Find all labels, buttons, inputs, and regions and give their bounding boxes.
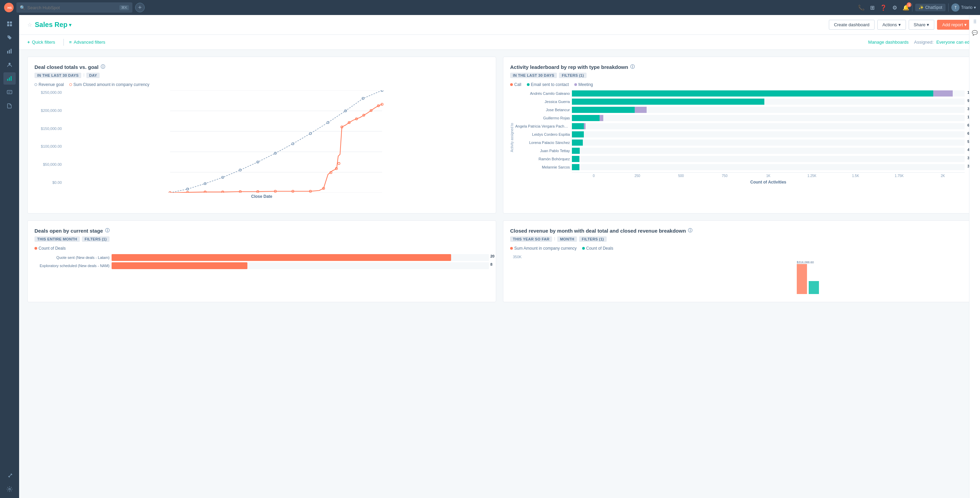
- svg-rect-14: [7, 90, 12, 94]
- legend-count-chart4: Count of Deals: [582, 246, 613, 251]
- chatspot-button[interactable]: ✨ ChatSpot: [915, 4, 945, 11]
- svg-rect-11: [7, 79, 8, 81]
- share-chevron-icon: ▾: [927, 22, 929, 27]
- bar-label-1: Jessica Guerra: [515, 100, 570, 104]
- svg-rect-61: [797, 264, 807, 294]
- svg-rect-13: [11, 76, 11, 81]
- chart3-track-2: 8: [111, 262, 489, 269]
- chart3-fill-2: [111, 262, 247, 269]
- closed-revenue-card: Closed revenue by month with deal total …: [503, 220, 972, 302]
- search-bar[interactable]: 🔍 ⌘K: [16, 2, 132, 13]
- chart1-info-icon[interactable]: ⓘ: [101, 64, 105, 70]
- chart4-tag2: MONTH: [557, 236, 577, 242]
- svg-point-6: [8, 36, 9, 37]
- y-label-4: $100,000.00: [41, 144, 62, 148]
- create-dashboard-button[interactable]: Create dashboard: [829, 20, 875, 30]
- y-label-1: $250,000.00: [41, 90, 62, 95]
- help-icon[interactable]: ❓: [880, 5, 887, 11]
- deals-open-card: Deals open by current stage ⓘ THIS ENTIR…: [27, 220, 496, 302]
- bar-track-7: 41: [572, 148, 965, 154]
- legend-revenue-goal: Revenue goal: [35, 82, 64, 87]
- chart2-row-9: Melannie Sarcos 39: [515, 164, 965, 170]
- search-shortcut: ⌘K: [119, 5, 129, 10]
- chart2-tag2: FILTERS (1): [559, 73, 587, 78]
- svg-rect-8: [9, 50, 10, 54]
- svg-rect-2: [7, 22, 9, 24]
- legend-dot-deals: [35, 247, 37, 250]
- legend-count-deals: Count of Deals: [35, 246, 65, 251]
- add-nav-button[interactable]: +: [135, 3, 145, 12]
- sidebar-item-marketing[interactable]: [3, 86, 16, 98]
- share-button[interactable]: Share ▾: [909, 20, 935, 30]
- chart2-row-6: Lorena Palacio Sánchez 58: [515, 140, 965, 146]
- user-menu[interactable]: T Triario ▾: [951, 3, 976, 12]
- svg-text:$316,088.60: $316,088.60: [797, 261, 814, 264]
- sidebar-item-settings[interactable]: [3, 483, 16, 495]
- legend-dot-sum: [510, 247, 513, 250]
- actions-chevron-icon: ▾: [899, 22, 901, 27]
- chart1-title: Deal closed totals vs. goal ⓘ: [35, 64, 489, 70]
- chatspot-label: ChatSpot: [925, 5, 942, 10]
- svg-point-47: [338, 162, 340, 164]
- svg-text:HS: HS: [8, 6, 11, 10]
- sidebar-item-tags[interactable]: [3, 32, 16, 44]
- bar-label-6: Lorena Palacio Sánchez: [515, 141, 570, 144]
- chart2-y-label: Activity assigned to: [510, 90, 514, 184]
- quick-filters-button[interactable]: + Quick filters: [27, 38, 58, 46]
- chart2-title: Activity leaderboard by rep with type br…: [510, 64, 965, 70]
- avatar: T: [951, 3, 959, 12]
- right-panel: ⠿ 💬: [969, 15, 980, 498]
- user-chevron-icon: ▾: [974, 5, 976, 10]
- svg-rect-5: [10, 24, 12, 26]
- chart2-row-0: Andrés Camilo Galeano 1.79K: [515, 90, 965, 97]
- advanced-filters-button[interactable]: ≡ Advanced filters: [69, 38, 108, 46]
- bar-track-5: 63: [572, 131, 965, 138]
- sidebar-item-files[interactable]: [3, 100, 16, 112]
- bar-track-8: 39: [572, 156, 965, 162]
- chart2-info-icon[interactable]: ⓘ: [630, 64, 635, 70]
- chart3-label-2: Exploratory scheduled (New deals - NAM): [35, 264, 110, 268]
- settings-icon[interactable]: ⚙: [892, 5, 897, 11]
- notification-badge: 1: [907, 2, 912, 7]
- sidebar-item-users[interactable]: [3, 59, 16, 71]
- grid-dots-icon[interactable]: ⠿: [971, 18, 979, 26]
- chart3-value-1: 20: [489, 254, 495, 258]
- chart3-info-icon[interactable]: ⓘ: [105, 227, 110, 234]
- actions-button[interactable]: Actions ▾: [877, 20, 906, 30]
- sidebar-item-contacts[interactable]: [3, 18, 16, 30]
- phone-icon[interactable]: 📞: [858, 5, 865, 11]
- chat-icon[interactable]: 💬: [971, 29, 979, 37]
- favorite-icon[interactable]: ☆: [27, 22, 32, 28]
- chart4-info-icon[interactable]: ⓘ: [688, 227, 692, 234]
- svg-point-26: [239, 169, 241, 171]
- chart2-row-4: Angela Patricia Vergara Pacheco 65: [515, 123, 965, 129]
- svg-point-15: [9, 488, 11, 490]
- notifications-icon[interactable]: 🔔 1: [902, 5, 909, 11]
- filter-divider: [64, 39, 64, 46]
- chart1-tag2: DAY: [86, 73, 100, 78]
- header-actions: Create dashboard Actions ▾ Share ▾ Add r…: [829, 20, 972, 30]
- title-chevron-icon[interactable]: ▾: [69, 22, 71, 28]
- sidebar-item-analytics[interactable]: [3, 72, 16, 85]
- grid-icon[interactable]: ⊞: [870, 5, 875, 11]
- chart4-tags: THIS YEAR SO FAR | MONTH FILTERS (1): [510, 236, 965, 242]
- sidebar-item-deals[interactable]: [3, 45, 16, 57]
- hubspot-logo[interactable]: HS: [4, 3, 14, 12]
- chart3-label-1: Quote sent (New deals - Latam): [35, 255, 110, 260]
- x-label-250: 250: [616, 174, 659, 178]
- svg-rect-7: [7, 51, 8, 54]
- search-input[interactable]: [27, 5, 118, 10]
- svg-rect-62: [809, 281, 819, 294]
- manage-dashboards-link[interactable]: Manage dashboards: [868, 40, 909, 45]
- legend-closed-amount: Sum Closed amount in company currency: [69, 82, 150, 87]
- assigned-value[interactable]: Everyone can edit: [936, 40, 972, 45]
- chart1-tag1: IN THE LAST 30 DAYS: [35, 73, 81, 78]
- sidebar-item-tools[interactable]: [3, 469, 16, 482]
- chart4-svg: $316,088.60: [513, 261, 965, 295]
- add-report-button[interactable]: Add report ▾: [937, 20, 972, 30]
- chart1-tags: IN THE LAST 30 DAYS | DAY: [35, 73, 489, 78]
- svg-rect-9: [11, 49, 11, 54]
- bar-label-0: Andrés Camilo Galeano: [515, 91, 570, 95]
- chart4-title: Closed revenue by month with deal total …: [510, 227, 965, 234]
- bar-track-0: 1.79K: [572, 90, 965, 97]
